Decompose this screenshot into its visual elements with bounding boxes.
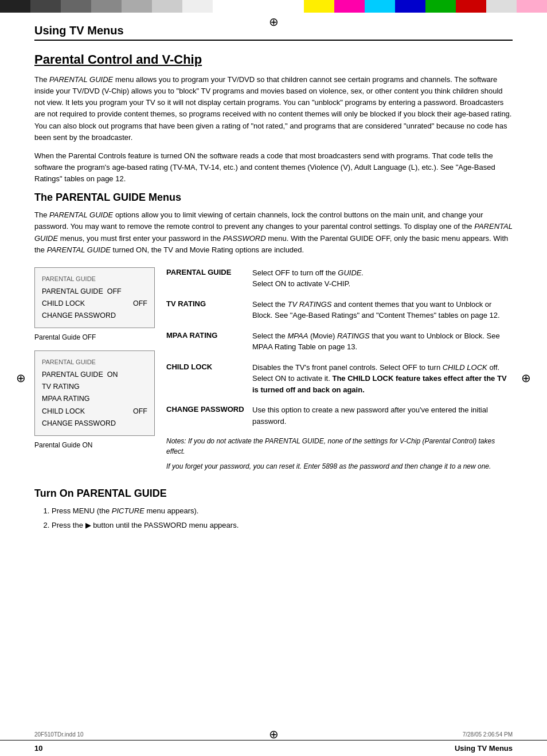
menu-on-childlock-val: OFF	[133, 406, 147, 418]
note1: Notes: If you do not activate the PARENT…	[166, 436, 513, 457]
menu-on-line2: TV RATING	[42, 381, 147, 393]
color-seg-4	[91, 0, 122, 13]
color-seg-3	[61, 0, 91, 13]
footer-info-left: 20F510TDr.indd 10	[34, 731, 84, 738]
right-col: PARENTAL GUIDE Select OFF to turn off th…	[166, 267, 513, 477]
section2-heading: The PARENTAL GUIDE Menus	[34, 192, 513, 204]
guide-row-childlock: CHILD LOCK Disables the TV's front panel…	[166, 362, 513, 396]
menu-off-childlock-val: OFF	[133, 298, 147, 310]
menu-off-title: PARENTAL GUIDE	[42, 274, 147, 285]
guide-def-tvrating: Select the TV RATINGS and content themes…	[252, 299, 513, 321]
color-bar-top	[0, 0, 547, 13]
step-1: Press MENU (the PICTURE menu appears).	[52, 505, 513, 517]
menu-off-line2: CHILD LOCK OFF	[42, 298, 147, 310]
guide-def-password: Use this option to create a new password…	[252, 404, 513, 427]
color-seg-13	[456, 0, 486, 13]
color-seg-5	[122, 0, 152, 13]
color-seg-10	[365, 0, 395, 13]
guide-term-mpaa: MPAA RATING	[166, 330, 252, 340]
guide-term-parental: PARENTAL GUIDE	[166, 267, 252, 276]
guide-def-parental: Select OFF to turn off the GUIDE.Select …	[252, 267, 513, 290]
notes-section: Notes: If you do not activate the PARENT…	[166, 436, 513, 471]
section1-heading: Parental Control and V-Chip	[34, 52, 513, 67]
section3-heading: Turn On PARENTAL GUIDE	[34, 488, 513, 500]
guide-row-password: CHANGE PASSWORD Use this option to creat…	[166, 404, 513, 427]
color-seg-gap	[213, 0, 304, 13]
menu-on-line5: CHANGE PASSWORD	[42, 418, 147, 430]
color-seg-2	[30, 0, 61, 13]
step-2: Press the ▶ button until the PASSWORD me…	[52, 520, 513, 532]
color-seg-7	[182, 0, 213, 13]
guide-row-mpaa: MPAA RATING Select the MPAA (Movie) RATI…	[166, 330, 513, 353]
color-seg-11	[395, 0, 425, 13]
menu-off-line3: CHANGE PASSWORD	[42, 310, 147, 322]
guide-def-mpaa: Select the MPAA (Movie) RATINGS that you…	[252, 330, 513, 353]
menu-on-childlock-label: CHILD LOCK	[42, 406, 85, 418]
reg-mark-right: ⊕	[521, 371, 531, 385]
menu-boxes: PARENTAL GUIDE PARENTAL GUIDE OFF CHILD …	[34, 267, 155, 477]
color-seg-9	[334, 0, 365, 13]
section1-para1: The PARENTAL GUIDE menu allows you to pr…	[34, 74, 513, 143]
menu-off-line1: PARENTAL GUIDE OFF	[42, 286, 147, 298]
color-seg-8	[304, 0, 334, 13]
menu-off-childlock-label: CHILD LOCK	[42, 298, 85, 310]
page-label-right: Using TV Menus	[455, 744, 513, 753]
menu-on-line3: MPAA RATING	[42, 393, 147, 405]
main-content: Using TV Menus Parental Control and V-Ch…	[0, 13, 547, 545]
guide-term-password: CHANGE PASSWORD	[166, 404, 252, 414]
color-seg-6	[152, 0, 182, 13]
two-col-section: PARENTAL GUIDE PARENTAL GUIDE OFF CHILD …	[34, 267, 513, 477]
turn-on-section: Turn On PARENTAL GUIDE Press MENU (the P…	[34, 488, 513, 532]
section2-para1: The PARENTAL GUIDE options allow you to …	[34, 209, 513, 256]
footer-info-right: 7/28/05 2:06:54 PM	[463, 731, 513, 738]
reg-mark-left: ⊕	[16, 371, 26, 385]
note2: If you forget your password, you can res…	[166, 461, 513, 471]
guide-term-childlock: CHILD LOCK	[166, 362, 252, 371]
color-seg-15	[517, 0, 547, 13]
menu-box-on: PARENTAL GUIDE PARENTAL GUIDE ON TV RATI…	[34, 350, 155, 436]
footer-info: 20F510TDr.indd 10 7/28/05 2:06:54 PM	[0, 731, 547, 738]
guide-def-childlock: Disables the TV's front panel controls. …	[252, 362, 513, 396]
guide-row-tvrating: TV RATING Select the TV RATINGS and cont…	[166, 299, 513, 321]
color-seg-1	[0, 0, 30, 13]
menu-on-line4: CHILD LOCK OFF	[42, 406, 147, 418]
bottom-bar: 10 Using TV Menus	[0, 740, 547, 756]
guide-row-parental: PARENTAL GUIDE Select OFF to turn off th…	[166, 267, 513, 290]
menu-on-title: PARENTAL GUIDE	[42, 357, 147, 368]
color-seg-12	[425, 0, 456, 13]
menu-box-off: PARENTAL GUIDE PARENTAL GUIDE OFF CHILD …	[34, 267, 155, 328]
caption-on: Parental Guide ON	[34, 441, 155, 449]
guide-term-tvrating: TV RATING	[166, 299, 252, 308]
menu-on-line1: PARENTAL GUIDE ON	[42, 369, 147, 381]
steps-list: Press MENU (the PICTURE menu appears). P…	[34, 505, 513, 532]
color-seg-14	[486, 0, 517, 13]
section1-para2: When the Parental Controls feature is tu…	[34, 150, 513, 185]
caption-off: Parental Guide OFF	[34, 333, 155, 341]
reg-mark-top: ⊕	[269, 15, 279, 29]
page-number-left: 10	[34, 744, 42, 753]
